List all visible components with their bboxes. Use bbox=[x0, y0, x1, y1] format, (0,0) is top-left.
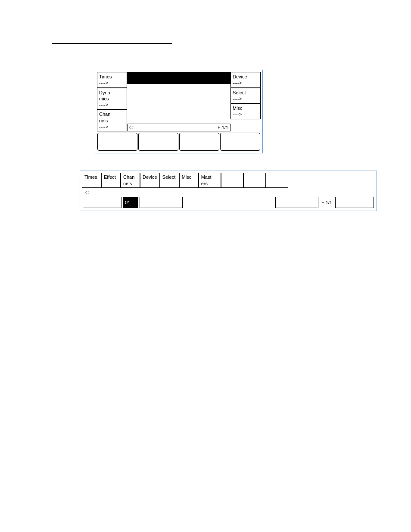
top-cell-times[interactable]: Times ----> bbox=[97, 72, 127, 88]
f-label: F 1/1 bbox=[320, 200, 334, 205]
top-cell-dynamics[interactable]: Dyna mics ----> bbox=[97, 88, 127, 110]
top-cell-channels[interactable]: Chan nels ----> bbox=[97, 109, 127, 131]
tab-effect[interactable]: Effect bbox=[101, 173, 121, 188]
top-btn-1[interactable] bbox=[97, 133, 137, 151]
tab-times[interactable]: Times bbox=[82, 173, 101, 188]
top-main-area: Times ----> Dyna mics ----> Chan nels --… bbox=[97, 72, 261, 131]
bottom-input-1[interactable] bbox=[83, 197, 121, 208]
bottom-status-row: 0* F 1/1 bbox=[82, 196, 375, 209]
top-left-col: Times ----> Dyna mics ----> Chan nels --… bbox=[97, 72, 127, 131]
bottom-input-5[interactable] bbox=[335, 197, 374, 208]
bottom-input-4[interactable] bbox=[275, 197, 318, 208]
top-right-col: Device ----> Select ----> Misc ----> bbox=[230, 72, 261, 131]
tab-spacer bbox=[288, 173, 375, 188]
top-center-empty bbox=[127, 84, 230, 124]
tab-masters[interactable]: Masters bbox=[199, 173, 221, 188]
tab-extra-3[interactable] bbox=[266, 173, 288, 188]
page-container: Times ----> Dyna mics ----> Chan nels --… bbox=[0, 0, 411, 532]
tab-channels[interactable]: Channels bbox=[121, 173, 140, 188]
top-center-black-bar bbox=[127, 72, 230, 84]
bottom-input-3[interactable] bbox=[140, 197, 183, 208]
title-rule bbox=[52, 43, 172, 44]
tab-extra-1[interactable] bbox=[221, 173, 243, 188]
tab-device[interactable]: Device bbox=[140, 173, 160, 188]
diagram-bottom: Times Effect Channels Device Select Misc… bbox=[80, 171, 377, 211]
top-btn-4[interactable] bbox=[220, 133, 260, 151]
top-btn-3[interactable] bbox=[179, 133, 219, 151]
bottom-input-value[interactable]: 0* bbox=[123, 197, 138, 208]
top-cell-device[interactable]: Device ----> bbox=[230, 72, 261, 88]
diagram-top: Times ----> Dyna mics ----> Chan nels --… bbox=[95, 70, 263, 153]
tab-extra-2[interactable] bbox=[243, 173, 266, 188]
c-label: C: bbox=[84, 189, 92, 196]
top-center-col: C: F 1/1 bbox=[127, 72, 230, 131]
tab-select[interactable]: Select bbox=[160, 173, 179, 188]
top-cell-misc[interactable]: Misc ----> bbox=[230, 103, 261, 119]
top-btn-2[interactable] bbox=[138, 133, 178, 151]
tab-misc[interactable]: Misc bbox=[179, 173, 199, 188]
bottom-tabs-row: Times Effect Channels Device Select Misc… bbox=[82, 173, 375, 188]
top-status-row: C: F 1/1 bbox=[127, 124, 230, 131]
c-label-row: C: bbox=[82, 188, 375, 196]
top-buttons-row bbox=[97, 132, 261, 151]
top-cell-select[interactable]: Select ----> bbox=[230, 88, 261, 104]
